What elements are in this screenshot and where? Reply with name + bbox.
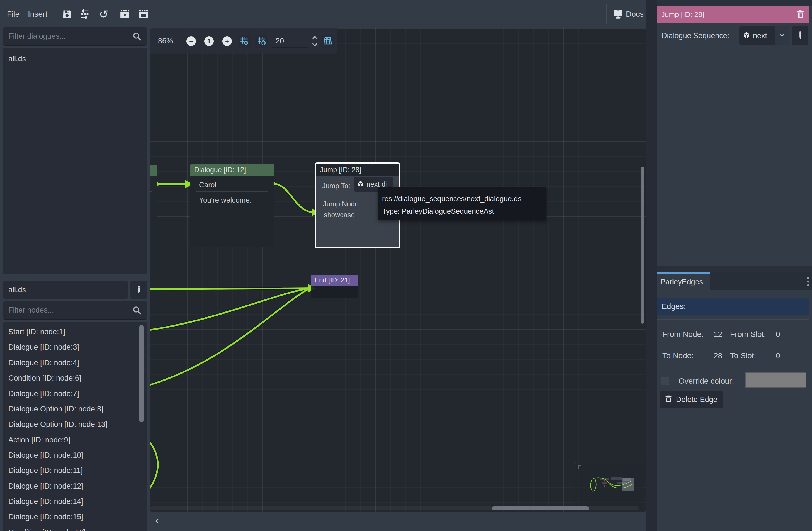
chevron-down-icon: [779, 31, 786, 40]
character-name: Carol: [199, 180, 216, 189]
node-list-item[interactable]: Dialogue [ID: node:15]: [3, 509, 134, 525]
node-title: Jump [ID: 28]: [316, 164, 399, 176]
jump-to-label: Jump To:: [322, 182, 350, 190]
graph-node-partial-header: [150, 165, 157, 176]
graph-node-partial[interactable]: [150, 165, 157, 245]
graph-toolbar: 86% − 1 +: [150, 28, 337, 54]
snap-magnet-toggle[interactable]: [255, 34, 268, 48]
graph-node-dialogue-12[interactable]: Dialogue [ID: 12] Carol You're welcome.: [190, 164, 274, 247]
tooltip-type: Type: ParleyDialogueSequenceAst: [382, 207, 494, 216]
node-list-item[interactable]: Dialogue Option [ID: node:8]: [3, 401, 134, 417]
dialogue-files-list: all.ds: [3, 48, 147, 275]
dialogue-sequence-value: next: [753, 31, 767, 40]
docs-button[interactable]: Docs: [626, 0, 644, 28]
graph-node-end-21[interactable]: End [ID: 21]: [311, 275, 358, 298]
zoom-level-label: 86%: [158, 37, 173, 45]
menu-insert[interactable]: Insert: [28, 0, 47, 28]
panel-splitter[interactable]: [647, 0, 657, 531]
resource-tooltip: res://dialogue_sequences/next_dialogue.d…: [378, 188, 547, 220]
dialogue-sequence-dropdown-arrow[interactable]: [775, 27, 789, 45]
edit-sequence-button[interactable]: [792, 27, 808, 45]
test-scene-button[interactable]: [136, 4, 151, 24]
jump-note-line2: showcase: [324, 211, 355, 219]
clapperboard-play-icon: [119, 9, 130, 20]
from-slot-label: From Slot:: [730, 330, 766, 339]
clapperboard-folder-icon: [138, 9, 149, 20]
filter-nodes-input[interactable]: [3, 301, 147, 320]
node-list-item[interactable]: Dialogue [ID: node:7]: [3, 386, 134, 401]
node-list-item[interactable]: Dialogue [ID: node:10]: [3, 448, 134, 463]
dock-menu-icon[interactable]: [807, 276, 810, 288]
minimap-content: [576, 463, 642, 509]
grid-snap-icon: [239, 36, 249, 47]
override-colour-checkbox[interactable]: [661, 377, 669, 385]
graph-minimap[interactable]: [576, 463, 642, 509]
node-list-item[interactable]: Condition [ID: node:6]: [3, 370, 134, 386]
to-node-label: To Node:: [662, 351, 694, 360]
zoom-reset-button[interactable]: 1: [204, 36, 214, 46]
node-list-item[interactable]: Condition [ID: node:16]: [3, 525, 134, 531]
node-list-item[interactable]: Dialogue [ID: node:12]: [3, 478, 134, 494]
grid-magnet-icon: [256, 36, 266, 47]
from-slot-value: 0: [776, 330, 780, 339]
dock-tab-strip: ParleyEdges: [657, 272, 812, 290]
toolbar-separator: [114, 4, 114, 24]
pencil-icon: [134, 284, 144, 295]
delete-node-button[interactable]: [796, 10, 805, 20]
graph-canvas[interactable]: Dialogue [ID: 12] Carol You're welcome. …: [150, 28, 647, 512]
current-dialogue-button[interactable]: all.ds: [3, 281, 128, 299]
nodes-filter: [3, 301, 147, 320]
node-list-item[interactable]: Dialogue [ID: node:14]: [3, 494, 134, 509]
node-list-item[interactable]: Start [ID: node:1]: [3, 324, 134, 340]
docs-button-icon-part[interactable]: [611, 4, 625, 24]
divider: [657, 319, 809, 320]
node-list-scrollbar[interactable]: [139, 325, 144, 422]
collapse-sidebar-button[interactable]: ‹: [151, 513, 163, 528]
delete-edge-button[interactable]: Delete Edge: [660, 390, 723, 409]
jump-target-value: next di: [366, 180, 387, 188]
snap-distance-spinner[interactable]: [311, 34, 319, 49]
arrange-icon: [79, 9, 90, 20]
edit-dialogue-button[interactable]: [130, 281, 147, 299]
trash-icon: [664, 395, 673, 404]
tooltip-path: res://dialogue_sequences/next_dialogue.d…: [382, 194, 521, 203]
pencil-icon: [796, 30, 805, 41]
canvas-vertical-scrollbar[interactable]: [641, 167, 644, 324]
node-title: Dialogue [ID: 12]: [190, 164, 274, 176]
delete-edge-label: Delete Edge: [676, 395, 717, 404]
selected-node-title: Jump [ID: 28]: [661, 10, 705, 19]
tab-parley-edges[interactable]: ParleyEdges: [657, 272, 710, 290]
zoom-out-button[interactable]: −: [186, 36, 196, 46]
zoom-in-button[interactable]: +: [222, 36, 232, 46]
snap-grid-toggle[interactable]: [238, 34, 250, 48]
from-node-label: From Node:: [662, 330, 704, 339]
toolbar-separator: [56, 4, 56, 24]
top-menu-bar: File Insert ↺ Docs: [0, 0, 657, 28]
node-list: Start [ID: node:1] Dialogue [ID: node:3]…: [3, 322, 147, 531]
node-list-item[interactable]: Dialogue [ID: node:11]: [3, 463, 134, 478]
jump-note-line1: Jump Node: [323, 200, 359, 208]
undo-button[interactable]: ↺: [97, 4, 111, 24]
snap-distance-input[interactable]: [272, 35, 308, 48]
minimap-toggle[interactable]: [321, 34, 334, 48]
run-dialogue-button[interactable]: [118, 4, 132, 24]
menu-file[interactable]: File: [7, 0, 19, 28]
dock-splitter[interactable]: [657, 266, 812, 272]
graph-edges: [150, 28, 647, 512]
arrange-nodes-button[interactable]: [77, 4, 92, 24]
save-icon: [62, 9, 72, 19]
filter-dialogues-input[interactable]: [3, 27, 147, 46]
dialogue-file-item[interactable]: all.ds: [3, 51, 147, 67]
save-button[interactable]: [60, 4, 74, 24]
node-list-item[interactable]: Dialogue [ID: node:4]: [3, 355, 134, 370]
node-list-item[interactable]: Dialogue Option [ID: node:13]: [3, 417, 134, 432]
inspector-top-strip: [657, 0, 812, 5]
undo-icon: ↺: [99, 9, 108, 20]
canvas-horizontal-scrollbar[interactable]: [492, 506, 589, 511]
node-list-item[interactable]: Action [ID: node:9]: [3, 432, 134, 448]
node-list-item[interactable]: Dialogue [ID: node:3]: [3, 340, 134, 355]
search-icon: [132, 305, 142, 317]
node-body: Carol You're welcome.: [190, 176, 274, 247]
to-slot-value: 0: [776, 351, 780, 360]
override-colour-swatch[interactable]: [745, 372, 806, 387]
